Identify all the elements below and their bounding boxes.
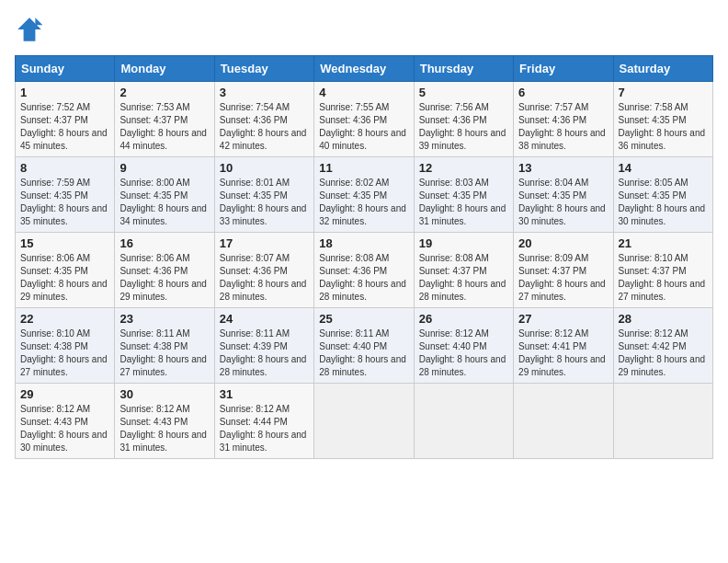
day-info: Sunrise: 8:00 AMSunset: 4:35 PMDaylight:… — [119, 177, 209, 228]
day-number: 6 — [518, 86, 608, 99]
weekday-header-thursday: Thursday — [414, 56, 513, 82]
weekday-header-sunday: Sunday — [16, 56, 115, 82]
logo — [15, 15, 48, 44]
calendar-header: SundayMondayTuesdayWednesdayThursdayFrid… — [16, 56, 713, 82]
logo-icon — [15, 15, 44, 44]
day-number: 25 — [319, 312, 408, 326]
day-number: 5 — [419, 86, 508, 99]
day-number: 13 — [518, 161, 608, 175]
calendar-cell: 13Sunrise: 8:04 AMSunset: 4:35 PMDayligh… — [514, 157, 613, 233]
day-info: Sunrise: 7:58 AMSunset: 4:35 PMDaylight:… — [619, 101, 708, 153]
calendar-body: 1Sunrise: 7:52 AMSunset: 4:37 PMDaylight… — [16, 82, 713, 459]
day-info: Sunrise: 7:57 AMSunset: 4:36 PMDaylight:… — [518, 101, 608, 153]
day-number: 10 — [220, 161, 309, 175]
calendar-cell: 25Sunrise: 8:11 AMSunset: 4:40 PMDayligh… — [314, 308, 414, 384]
day-number: 18 — [319, 236, 408, 250]
day-number: 31 — [220, 387, 309, 401]
calendar-cell: 4Sunrise: 7:55 AMSunset: 4:36 PMDaylight… — [314, 82, 414, 157]
day-number: 17 — [220, 236, 309, 250]
day-info: Sunrise: 8:12 AMSunset: 4:43 PMDaylight:… — [20, 403, 109, 454]
calendar-cell: 18Sunrise: 8:08 AMSunset: 4:36 PMDayligh… — [314, 233, 414, 308]
calendar-cell: 3Sunrise: 7:54 AMSunset: 4:36 PMDaylight… — [214, 82, 313, 157]
calendar-cell: 6Sunrise: 7:57 AMSunset: 4:36 PMDaylight… — [514, 82, 613, 157]
calendar-cell: 10Sunrise: 8:01 AMSunset: 4:35 PMDayligh… — [214, 157, 313, 233]
calendar-cell: 19Sunrise: 8:08 AMSunset: 4:37 PMDayligh… — [414, 233, 513, 308]
calendar-cell: 22Sunrise: 8:10 AMSunset: 4:38 PMDayligh… — [16, 308, 115, 384]
day-info: Sunrise: 8:10 AMSunset: 4:37 PMDaylight:… — [619, 252, 708, 304]
day-info: Sunrise: 7:53 AMSunset: 4:37 PMDaylight:… — [119, 101, 209, 153]
day-number: 22 — [20, 312, 109, 326]
day-info: Sunrise: 8:05 AMSunset: 4:35 PMDaylight:… — [619, 177, 708, 228]
day-number: 14 — [619, 161, 708, 175]
day-number: 8 — [20, 161, 109, 175]
day-info: Sunrise: 8:08 AMSunset: 4:36 PMDaylight:… — [319, 252, 408, 304]
calendar-cell: 27Sunrise: 8:12 AMSunset: 4:41 PMDayligh… — [514, 308, 613, 384]
weekday-header-tuesday: Tuesday — [214, 56, 313, 82]
day-info: Sunrise: 8:03 AMSunset: 4:35 PMDaylight:… — [419, 177, 508, 228]
day-number: 15 — [20, 236, 109, 250]
page-header — [15, 15, 713, 44]
day-number: 29 — [20, 387, 109, 401]
calendar-cell — [613, 384, 712, 459]
day-info: Sunrise: 8:12 AMSunset: 4:43 PMDaylight:… — [119, 403, 209, 454]
day-number: 27 — [518, 312, 608, 326]
calendar-cell: 24Sunrise: 8:11 AMSunset: 4:39 PMDayligh… — [214, 308, 313, 384]
calendar-cell: 12Sunrise: 8:03 AMSunset: 4:35 PMDayligh… — [414, 157, 513, 233]
calendar-cell: 7Sunrise: 7:58 AMSunset: 4:35 PMDaylight… — [613, 82, 712, 157]
calendar-cell — [314, 384, 414, 459]
weekday-header-friday: Friday — [514, 56, 613, 82]
day-info: Sunrise: 8:12 AMSunset: 4:44 PMDaylight:… — [220, 403, 309, 454]
calendar-week-row: 1Sunrise: 7:52 AMSunset: 4:37 PMDaylight… — [16, 82, 713, 157]
day-number: 7 — [619, 86, 708, 99]
calendar-cell: 17Sunrise: 8:07 AMSunset: 4:36 PMDayligh… — [214, 233, 313, 308]
calendar-cell: 11Sunrise: 8:02 AMSunset: 4:35 PMDayligh… — [314, 157, 414, 233]
day-number: 4 — [319, 86, 408, 99]
calendar-cell — [514, 384, 613, 459]
day-number: 28 — [619, 312, 708, 326]
calendar-cell: 31Sunrise: 8:12 AMSunset: 4:44 PMDayligh… — [214, 384, 313, 459]
day-info: Sunrise: 8:10 AMSunset: 4:38 PMDaylight:… — [20, 327, 109, 379]
day-info: Sunrise: 8:04 AMSunset: 4:35 PMDaylight:… — [518, 177, 608, 228]
day-info: Sunrise: 7:52 AMSunset: 4:37 PMDaylight:… — [20, 101, 109, 153]
day-info: Sunrise: 8:02 AMSunset: 4:35 PMDaylight:… — [319, 177, 408, 228]
day-number: 21 — [619, 236, 708, 250]
calendar-cell: 15Sunrise: 8:06 AMSunset: 4:35 PMDayligh… — [16, 233, 115, 308]
svg-marker-1 — [35, 17, 42, 25]
weekday-header-saturday: Saturday — [613, 56, 712, 82]
day-info: Sunrise: 8:08 AMSunset: 4:37 PMDaylight:… — [419, 252, 508, 304]
calendar-cell: 20Sunrise: 8:09 AMSunset: 4:37 PMDayligh… — [514, 233, 613, 308]
calendar-cell: 9Sunrise: 8:00 AMSunset: 4:35 PMDaylight… — [115, 157, 214, 233]
day-info: Sunrise: 8:12 AMSunset: 4:41 PMDaylight:… — [518, 327, 608, 379]
calendar-cell: 5Sunrise: 7:56 AMSunset: 4:36 PMDaylight… — [414, 82, 513, 157]
calendar-cell: 28Sunrise: 8:12 AMSunset: 4:42 PMDayligh… — [613, 308, 712, 384]
day-info: Sunrise: 8:12 AMSunset: 4:40 PMDaylight:… — [419, 327, 508, 379]
calendar-cell: 16Sunrise: 8:06 AMSunset: 4:36 PMDayligh… — [115, 233, 214, 308]
calendar-cell: 23Sunrise: 8:11 AMSunset: 4:38 PMDayligh… — [115, 308, 214, 384]
day-info: Sunrise: 8:11 AMSunset: 4:40 PMDaylight:… — [319, 327, 408, 379]
day-number: 11 — [319, 161, 408, 175]
day-number: 26 — [419, 312, 508, 326]
calendar-cell: 14Sunrise: 8:05 AMSunset: 4:35 PMDayligh… — [613, 157, 712, 233]
day-number: 19 — [419, 236, 508, 250]
day-number: 20 — [518, 236, 608, 250]
day-info: Sunrise: 8:01 AMSunset: 4:35 PMDaylight:… — [220, 177, 309, 228]
day-info: Sunrise: 8:06 AMSunset: 4:35 PMDaylight:… — [20, 252, 109, 304]
calendar-week-row: 15Sunrise: 8:06 AMSunset: 4:35 PMDayligh… — [16, 233, 713, 308]
day-info: Sunrise: 7:59 AMSunset: 4:35 PMDaylight:… — [20, 177, 109, 228]
calendar-cell: 1Sunrise: 7:52 AMSunset: 4:37 PMDaylight… — [16, 82, 115, 157]
calendar-table: SundayMondayTuesdayWednesdayThursdayFrid… — [15, 55, 713, 459]
day-info: Sunrise: 7:55 AMSunset: 4:36 PMDaylight:… — [319, 101, 408, 153]
day-number: 16 — [119, 236, 209, 250]
calendar-week-row: 22Sunrise: 8:10 AMSunset: 4:38 PMDayligh… — [16, 308, 713, 384]
day-info: Sunrise: 7:54 AMSunset: 4:36 PMDaylight:… — [220, 101, 309, 153]
calendar-cell: 8Sunrise: 7:59 AMSunset: 4:35 PMDaylight… — [16, 157, 115, 233]
calendar-cell — [414, 384, 513, 459]
day-info: Sunrise: 8:11 AMSunset: 4:39 PMDaylight:… — [220, 327, 309, 379]
calendar-cell: 2Sunrise: 7:53 AMSunset: 4:37 PMDaylight… — [115, 82, 214, 157]
day-number: 2 — [119, 86, 209, 99]
day-number: 30 — [119, 387, 209, 401]
weekday-header-wednesday: Wednesday — [314, 56, 414, 82]
day-number: 23 — [119, 312, 209, 326]
day-number: 24 — [220, 312, 309, 326]
day-number: 9 — [119, 161, 209, 175]
